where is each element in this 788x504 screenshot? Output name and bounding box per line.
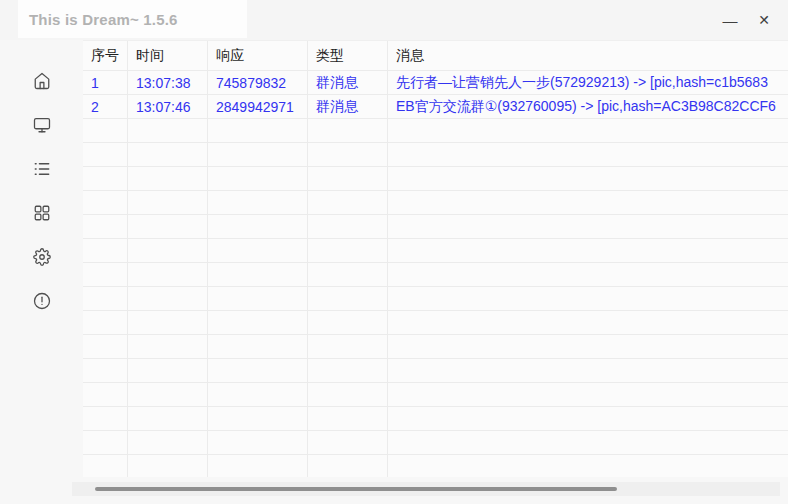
table-cell-empty [83, 431, 128, 455]
monitor-icon [33, 116, 51, 134]
table-cell-empty [208, 239, 308, 263]
cell-seq: 1 [83, 71, 128, 95]
cell-time: 13:07:46 [128, 95, 208, 119]
alert-circle-icon [33, 292, 51, 310]
column-header-time: 时间 [128, 41, 208, 71]
horizontal-scrollbar[interactable] [72, 482, 780, 496]
sidebar-item-monitor[interactable] [29, 116, 55, 134]
table-cell-empty [208, 215, 308, 239]
table-cell-empty [83, 359, 128, 383]
table-cell-empty [308, 407, 388, 431]
table-cell-empty [308, 263, 388, 287]
table-cell-empty [83, 287, 128, 311]
table-cell-empty [83, 191, 128, 215]
table-cell-empty [388, 311, 788, 335]
table-row-empty[interactable] [83, 191, 788, 215]
table-cell-empty [388, 383, 788, 407]
table-row-empty[interactable] [83, 359, 788, 383]
table-row-empty[interactable] [83, 263, 788, 287]
table-row-empty[interactable] [83, 143, 788, 167]
table-cell-empty [308, 311, 388, 335]
cell-seq: 2 [83, 95, 128, 119]
table-cell-empty [388, 263, 788, 287]
table-cell-empty [83, 215, 128, 239]
table-cell-empty [388, 359, 788, 383]
table-cell-empty [128, 191, 208, 215]
cell-response: 2849942971 [208, 95, 308, 119]
table-cell-empty [208, 335, 308, 359]
table-row-empty[interactable] [83, 167, 788, 191]
sidebar-item-grid[interactable] [29, 204, 55, 222]
table-cell-empty [208, 191, 308, 215]
sidebar-item-settings[interactable] [29, 248, 55, 266]
list-icon [33, 160, 51, 178]
table-cell-empty [128, 431, 208, 455]
column-header-message: 消息 [388, 41, 788, 71]
table-cell-empty [388, 143, 788, 167]
table-cell-empty [83, 383, 128, 407]
column-header-response: 响应 [208, 41, 308, 71]
window-title: This is Dream~ 1.5.6 [29, 11, 178, 28]
table-cell-empty [308, 359, 388, 383]
table-cell-empty [388, 191, 788, 215]
table-cell-empty [128, 143, 208, 167]
table-cell-empty [208, 431, 308, 455]
table-row-empty[interactable] [83, 383, 788, 407]
column-header-type: 类型 [308, 41, 388, 71]
table-cell-empty [128, 287, 208, 311]
table-cell-empty [208, 263, 308, 287]
table-cell-empty [83, 455, 128, 477]
table-cell-empty [208, 455, 308, 477]
table-cell-empty [128, 383, 208, 407]
table-cell-empty [208, 143, 308, 167]
table-cell-empty [128, 263, 208, 287]
table-cell-empty [388, 287, 788, 311]
close-button[interactable]: ✕ [750, 6, 778, 34]
table-cell-empty [208, 407, 308, 431]
table-cell-empty [128, 119, 208, 143]
table-row-empty[interactable] [83, 431, 788, 455]
table-row-empty[interactable] [83, 119, 788, 143]
table-cell-empty [308, 287, 388, 311]
table-cell-empty [208, 311, 308, 335]
table-cell-empty [388, 167, 788, 191]
table-row-empty[interactable] [83, 407, 788, 431]
sidebar-item-home[interactable] [29, 72, 55, 90]
sidebar-item-list[interactable] [29, 160, 55, 178]
table-row[interactable]: 2 13:07:46 2849942971 群消息 EB官方交流群①(93276… [83, 95, 788, 119]
close-icon: ✕ [758, 12, 770, 28]
table-cell-empty [83, 167, 128, 191]
cell-type: 群消息 [308, 71, 388, 95]
table-row-empty[interactable] [83, 335, 788, 359]
minimize-button[interactable]: — [716, 6, 744, 34]
table-row-empty[interactable] [83, 311, 788, 335]
table-cell-empty [308, 119, 388, 143]
table-cell-empty [83, 119, 128, 143]
sidebar-item-about[interactable] [29, 292, 55, 310]
table-cell-empty [128, 239, 208, 263]
table-cell-empty [308, 383, 388, 407]
table-cell-empty [388, 119, 788, 143]
table-row-empty[interactable] [83, 287, 788, 311]
table-body: 1 13:07:38 745879832 群消息 先行者—让营销先人一步(572… [83, 71, 788, 477]
table-row-empty[interactable] [83, 455, 788, 477]
home-icon [33, 72, 51, 90]
title-tab: This is Dream~ 1.5.6 [18, 0, 247, 38]
table-row-empty[interactable] [83, 215, 788, 239]
table-row[interactable]: 1 13:07:38 745879832 群消息 先行者—让营销先人一步(572… [83, 71, 788, 95]
table-cell-empty [128, 359, 208, 383]
table-row-empty[interactable] [83, 239, 788, 263]
table-cell-empty [388, 335, 788, 359]
table-cell-empty [128, 455, 208, 477]
window-controls: — ✕ [716, 0, 778, 40]
table-cell-empty [208, 359, 308, 383]
settings-gear-icon [33, 248, 51, 266]
cell-message: EB官方交流群①(932760095) -> [pic,hash=AC3B98C… [388, 95, 788, 119]
table-cell-empty [308, 215, 388, 239]
horizontal-scrollbar-thumb[interactable] [95, 487, 617, 491]
cell-type: 群消息 [308, 95, 388, 119]
table-cell-empty [128, 407, 208, 431]
table-cell-empty [83, 311, 128, 335]
table-cell-empty [208, 119, 308, 143]
table-cell-empty [388, 215, 788, 239]
